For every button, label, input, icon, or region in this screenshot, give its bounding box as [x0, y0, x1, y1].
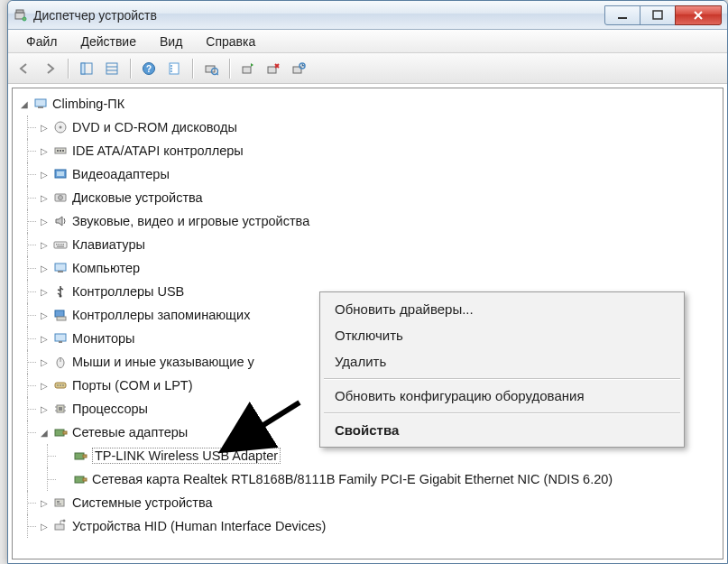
svg-rect-3: [618, 17, 627, 19]
minimize-button[interactable]: [604, 5, 640, 25]
disable-button[interactable]: [288, 58, 309, 79]
context-menu-update-drivers[interactable]: Обновить драйверы...: [322, 296, 682, 322]
svg-rect-41: [55, 264, 66, 271]
context-menu-delete[interactable]: Удалить: [322, 348, 682, 374]
list-button[interactable]: [101, 58, 123, 79]
expand-icon[interactable]: ▷: [38, 356, 51, 368]
tree-label: Контроллеры USB: [72, 284, 184, 299]
expand-icon[interactable]: ▷: [38, 144, 51, 157]
tree-item-keyboard[interactable]: ▷Клавиатуры: [38, 233, 723, 256]
svg-point-52: [60, 384, 61, 386]
expand-icon[interactable]: ▷: [38, 309, 51, 321]
tree-item-dvd[interactable]: ▷DVD и CD-ROM дисководы: [38, 116, 723, 139]
menu-view[interactable]: Вид: [149, 32, 193, 51]
monitor-icon: [52, 330, 69, 347]
show-hide-tree-button[interactable]: [76, 58, 97, 79]
controller-icon: [52, 143, 69, 159]
window-controls: [605, 5, 722, 25]
expand-icon[interactable]: ▷: [38, 191, 51, 204]
collapse-icon[interactable]: ◢: [38, 426, 51, 439]
tree-label: Сетевые адаптеры: [72, 425, 188, 439]
svg-point-2: [23, 17, 26, 21]
update-driver-button[interactable]: [237, 58, 259, 79]
svg-rect-39: [63, 244, 65, 245]
close-button[interactable]: [675, 5, 722, 25]
context-menu-properties[interactable]: Свойства: [322, 417, 682, 443]
titlebar[interactable]: Диспетчер устройств: [8, 1, 727, 30]
expand-icon[interactable]: ▷: [38, 379, 51, 392]
disc-icon: [52, 119, 69, 135]
svg-rect-38: [60, 244, 62, 245]
tree-label: Порты (COM и LPT): [72, 378, 193, 393]
svg-rect-24: [38, 106, 43, 108]
svg-point-13: [170, 65, 172, 67]
expand-icon[interactable]: ▷: [38, 520, 51, 532]
tree-label: Процессоры: [72, 402, 148, 416]
svg-rect-40: [57, 246, 64, 247]
tree-label: Мониторы: [72, 331, 134, 346]
expand-icon[interactable]: ▷: [38, 238, 51, 251]
expand-icon[interactable]: ▷: [38, 496, 51, 509]
context-menu-scan-hardware[interactable]: Обновить конфигурацию оборудования: [322, 383, 682, 409]
svg-point-15: [170, 70, 172, 72]
tree-item-video[interactable]: ▷Видеоадаптеры: [38, 162, 723, 186]
scan-hardware-button[interactable]: [200, 58, 222, 79]
expand-icon[interactable]: ▷: [38, 121, 51, 134]
svg-rect-7: [106, 63, 117, 74]
toolbar: ?: [8, 53, 727, 84]
expand-icon[interactable]: ▷: [38, 285, 51, 298]
svg-rect-67: [57, 501, 60, 503]
computer-icon: [52, 260, 69, 276]
uninstall-button[interactable]: [263, 58, 284, 79]
usb-icon: [52, 283, 69, 300]
svg-point-34: [59, 196, 63, 200]
svg-rect-32: [57, 171, 64, 176]
system-device-icon: [52, 495, 69, 511]
expand-icon[interactable]: ▷: [38, 215, 51, 227]
tree-item-hid[interactable]: ▷Устройства HID (Human Interface Devices…: [38, 514, 723, 538]
svg-rect-29: [60, 150, 61, 152]
tree-label: Системные устройства: [72, 495, 213, 510]
menu-action[interactable]: Действие: [69, 32, 147, 51]
svg-rect-47: [59, 341, 62, 343]
tree-item-system[interactable]: ▷Системные устройства: [38, 491, 723, 514]
svg-rect-36: [56, 244, 58, 245]
help-button[interactable]: ?: [138, 58, 160, 79]
tree-item-computer[interactable]: ▷Компьютер: [38, 256, 723, 280]
expand-icon[interactable]: ▷: [38, 332, 51, 345]
hid-icon: [52, 518, 69, 534]
properties-button[interactable]: [163, 58, 185, 79]
mouse-icon: [52, 354, 69, 370]
cpu-icon: [52, 401, 69, 417]
svg-rect-45: [57, 317, 66, 320]
tree-label: Устройства HID (Human Interface Devices): [72, 519, 326, 533]
svg-rect-30: [62, 150, 64, 152]
context-menu-separator: [324, 412, 680, 413]
tree-label: DVD и CD-ROM дисководы: [72, 120, 237, 134]
tree-label: Сетевая карта Realtek RTL8168B/8111B Fam…: [92, 472, 613, 486]
expand-icon[interactable]: ▷: [38, 402, 51, 415]
tree-label: IDE ATA/ATAPI контроллеры: [72, 143, 244, 158]
collapse-icon[interactable]: ◢: [18, 97, 31, 110]
context-menu: Обновить драйверы... Отключить Удалить О…: [319, 291, 685, 448]
speaker-icon: [52, 213, 69, 229]
storage-controller-icon: [52, 307, 69, 323]
tree-label: Компьютер: [72, 261, 140, 275]
forward-button[interactable]: [39, 58, 60, 79]
menu-help[interactable]: Справка: [195, 32, 266, 51]
svg-rect-46: [55, 334, 66, 341]
expand-icon[interactable]: ▷: [38, 262, 51, 274]
context-menu-disable[interactable]: Отключить: [322, 322, 682, 348]
tree-item-ide[interactable]: ▷IDE ATA/ATAPI контроллеры: [38, 139, 723, 162]
expand-icon[interactable]: ▷: [38, 168, 51, 180]
back-button[interactable]: [14, 58, 35, 79]
svg-point-43: [60, 295, 62, 298]
tree-item-disk[interactable]: ▷Дисковые устройства: [38, 186, 723, 209]
menu-file[interactable]: Файл: [15, 32, 68, 51]
tree-item-realtek[interactable]: Сетевая карта Realtek RTL8168B/8111B Fam…: [58, 467, 723, 491]
computer-icon: [32, 96, 49, 112]
tree-root[interactable]: ◢ Climbing-ПК: [18, 92, 723, 116]
tree-item-sound[interactable]: ▷Звуковые, видео и игровые устройства: [38, 209, 723, 233]
maximize-button[interactable]: [640, 5, 676, 25]
keyboard-icon: [52, 236, 69, 253]
